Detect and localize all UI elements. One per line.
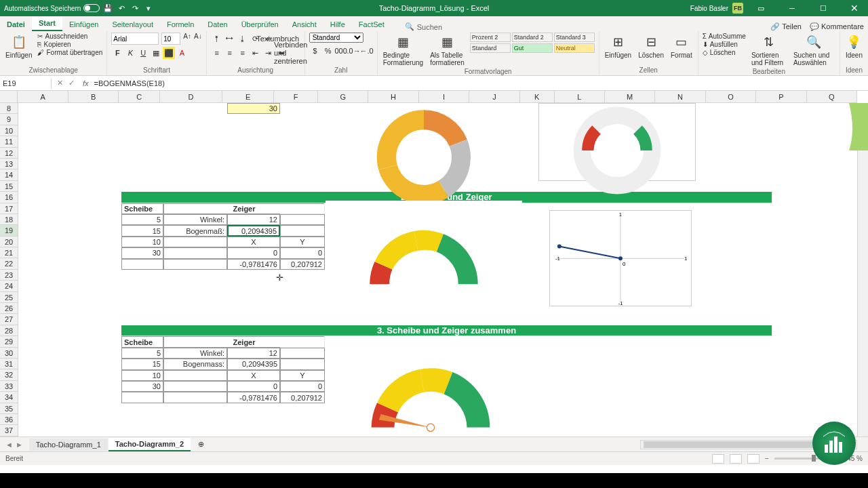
- cell[interactable]: [280, 348, 325, 359]
- tab-factset[interactable]: FactSet: [352, 18, 391, 31]
- cell[interactable]: 5: [121, 348, 163, 359]
- chart-gauge-2[interactable]: [326, 201, 522, 309]
- conditional-formatting-button[interactable]: ▦Bedingte Formatierung: [382, 33, 425, 68]
- cell[interactable]: 30: [121, 381, 163, 392]
- format-painter-button[interactable]: 🖌 Format übertragen: [37, 49, 102, 56]
- format-cells-button[interactable]: ▭Format: [669, 33, 694, 60]
- vertical-scrollbar[interactable]: [857, 103, 868, 436]
- insert-cells-button[interactable]: ⊞Einfügen: [604, 33, 633, 60]
- cell[interactable]: [280, 225, 325, 236]
- cell[interactable]: 3. Scheibe und Zeiger zusammen: [121, 325, 772, 336]
- align-right-icon[interactable]: ≡: [237, 47, 249, 59]
- cell[interactable]: Winkel:: [163, 348, 227, 359]
- new-sheet-button[interactable]: ⊕: [191, 438, 211, 451]
- cell[interactable]: 0: [227, 381, 280, 392]
- maximize-button[interactable]: ☐: [810, 0, 837, 16]
- row-headers[interactable]: 8910111213141516171819202122232425262728…: [0, 103, 18, 436]
- cell[interactable]: [163, 259, 227, 270]
- save-icon[interactable]: 💾: [102, 3, 113, 14]
- number-format-select[interactable]: Standard: [309, 33, 363, 43]
- cell[interactable]: 15: [121, 225, 163, 236]
- cell[interactable]: 0: [227, 247, 280, 258]
- align-mid-icon[interactable]: ⭤: [224, 33, 236, 45]
- cell[interactable]: Scheibe: [121, 203, 163, 214]
- cell[interactable]: 0,2094395: [227, 359, 280, 369]
- cell[interactable]: 30: [121, 247, 163, 258]
- autosave-toggle[interactable]: Automatisches Speichern: [4, 4, 100, 12]
- cell[interactable]: Bogenmaß:: [163, 225, 227, 236]
- fill-color-button[interactable]: ⬛: [163, 47, 175, 59]
- chart-donut-1[interactable]: [326, 103, 522, 181]
- cell[interactable]: Winkel:: [163, 214, 227, 225]
- enter-formula-icon[interactable]: ✓: [68, 79, 75, 87]
- cut-button[interactable]: ✂ Ausschneiden: [37, 33, 102, 40]
- align-top-icon[interactable]: ⭱: [211, 33, 223, 45]
- cell[interactable]: 5: [121, 214, 163, 225]
- cell[interactable]: [280, 359, 325, 369]
- border-button[interactable]: ▦: [150, 47, 162, 59]
- view-layout-icon[interactable]: [730, 454, 742, 464]
- font-color-button[interactable]: A: [176, 47, 188, 59]
- share-button[interactable]: 🔗 Teilen: [770, 22, 802, 31]
- style-prozent2[interactable]: Prozent 2: [470, 33, 511, 42]
- tell-me-search[interactable]: 🔍 Suchen: [405, 22, 442, 31]
- tab-start[interactable]: Start: [32, 16, 62, 31]
- sort-filter-button[interactable]: ⇅Sortieren und Filtern: [750, 33, 788, 68]
- percent-icon[interactable]: %: [322, 45, 334, 57]
- ribbon-options-icon[interactable]: ▭: [747, 0, 774, 16]
- column-headers[interactable]: A B C D E F G H I J K L M N O P Q: [0, 91, 857, 103]
- cell[interactable]: 0,2094395: [227, 225, 280, 236]
- name-box[interactable]: E19: [0, 78, 52, 89]
- style-standard[interactable]: Standard: [470, 43, 511, 53]
- comments-button[interactable]: 💬 Kommentare: [810, 22, 864, 31]
- cell[interactable]: 0,207912: [280, 392, 325, 403]
- cell[interactable]: [163, 370, 227, 381]
- tab-ansicht[interactable]: Ansicht: [285, 18, 323, 31]
- font-family-select[interactable]: [111, 33, 159, 45]
- cell[interactable]: Y: [280, 237, 325, 247]
- cell[interactable]: [121, 259, 163, 270]
- style-neutral[interactable]: Neutral: [554, 43, 595, 53]
- tab-einfuegen[interactable]: Einfügen: [62, 18, 105, 31]
- cell[interactable]: X: [227, 370, 280, 381]
- indent-dec-icon[interactable]: ⇤: [250, 47, 262, 59]
- align-bot-icon[interactable]: ⭳: [237, 33, 249, 45]
- currency-icon[interactable]: $: [309, 45, 321, 57]
- underline-button[interactable]: U: [137, 47, 149, 59]
- zoom-out-icon[interactable]: −: [765, 455, 769, 462]
- cell[interactable]: 10: [121, 370, 163, 381]
- cell[interactable]: -0,9781476: [227, 259, 280, 270]
- clear-button[interactable]: ◇ Löschen: [703, 49, 746, 56]
- ideas-button[interactable]: 💡Ideen: [844, 33, 864, 60]
- cell[interactable]: X: [227, 237, 280, 247]
- font-size-select[interactable]: [161, 33, 180, 45]
- qa-dropdown-icon[interactable]: ▾: [143, 3, 154, 14]
- format-as-table-button[interactable]: ▦Als Tabelle formatieren: [429, 33, 466, 68]
- user-badge[interactable]: FB: [732, 3, 743, 14]
- worksheet-area[interactable]: A B C D E F G H I J K L M N O P Q 891011…: [0, 91, 868, 436]
- delete-cells-button[interactable]: ⊟Löschen: [637, 33, 665, 60]
- find-select-button[interactable]: 🔍Suchen und Auswählen: [792, 33, 835, 68]
- indent-inc-icon[interactable]: ⇥: [262, 47, 275, 59]
- tab-datei[interactable]: Datei: [0, 18, 32, 31]
- cell[interactable]: 12: [227, 348, 280, 359]
- copy-button[interactable]: ⎘ Kopieren: [37, 41, 102, 48]
- sheet-next-icon[interactable]: ►: [16, 441, 23, 449]
- style-standard2[interactable]: Standard 2: [512, 33, 553, 42]
- undo-icon[interactable]: ↶: [116, 3, 127, 14]
- cell[interactable]: Scheibe: [121, 336, 163, 347]
- inc-decimal-icon[interactable]: .0→: [348, 45, 360, 57]
- cell[interactable]: 12: [227, 214, 280, 225]
- floating-logo[interactable]: [812, 422, 856, 465]
- sheet-tab-2[interactable]: Tacho-Diagramm_2: [108, 438, 191, 451]
- cell[interactable]: [163, 237, 227, 247]
- bold-button[interactable]: F: [111, 47, 123, 59]
- fx-icon[interactable]: fx: [80, 79, 92, 87]
- cell[interactable]: [280, 203, 325, 214]
- cell[interactable]: 30: [227, 103, 280, 114]
- cell[interactable]: [280, 336, 325, 347]
- formula-input[interactable]: =BOGENMASS(E18): [92, 78, 167, 89]
- cell[interactable]: Y: [280, 370, 325, 381]
- align-center-icon[interactable]: ≡: [224, 47, 236, 59]
- cell[interactable]: 0,207912: [280, 259, 325, 270]
